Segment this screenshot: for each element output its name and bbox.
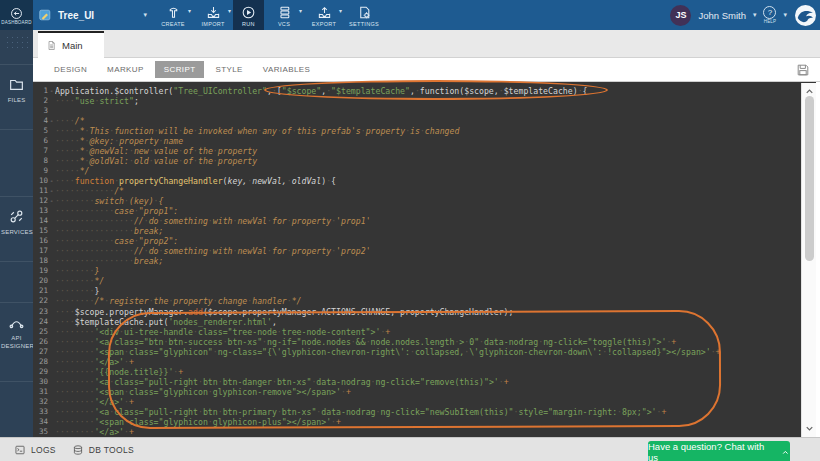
code-token: '<span: [94, 347, 124, 357]
code-token: 'nodes_renderer.html': [168, 317, 272, 327]
tool-settings[interactable]: SETTINGS: [344, 0, 384, 30]
indent-dots: ·····: [55, 146, 80, 156]
tool-export[interactable]: ▾EXPORT: [304, 0, 344, 30]
tool-create[interactable]: ▾CREATE: [153, 0, 193, 30]
code-token: +: [129, 427, 134, 437]
fold-gutter: [48, 337, 55, 347]
line-number: 35: [33, 427, 48, 437]
code-token: property: [218, 156, 257, 166]
tool-label: VCS: [278, 21, 290, 27]
code-token: {: [159, 196, 164, 206]
line-number: 13: [33, 206, 48, 216]
subtab-script[interactable]: SCRIPT: [155, 61, 205, 78]
indent-dots: ········: [55, 276, 94, 286]
avatar[interactable]: JS: [670, 5, 691, 26]
editor-scrollbar[interactable]: [801, 83, 816, 437]
question-mark-icon: ?: [763, 6, 776, 19]
code-token: tree-node-content">': [282, 327, 381, 337]
code-editor[interactable]: 1-Application.$controller("Tree_UIContro…: [33, 82, 816, 437]
tool-vcs[interactable]: ▾VCS: [264, 0, 304, 30]
subtab-style[interactable]: STYLE: [206, 61, 251, 78]
help-chevron-down-icon[interactable]: ▾: [783, 11, 787, 19]
subtab-variables[interactable]: VARIABLES: [254, 61, 319, 78]
code-token: btn: [203, 377, 218, 387]
sidebar-item-files[interactable]: FILES: [0, 64, 33, 130]
sidebar-item-services[interactable]: SERVICES: [0, 196, 33, 262]
code-token: $scope.propertyManager.: [75, 307, 188, 317]
user-menu-chevron-down-icon[interactable]: ▾: [753, 11, 757, 19]
fold-marker-icon[interactable]: -: [48, 196, 55, 206]
scroll-down-arrow-icon[interactable]: [802, 426, 817, 437]
code-token: ng-click="newSubItem(this)": [380, 407, 513, 417]
code-token: */: [292, 296, 302, 306]
subtab-design[interactable]: DESIGN: [45, 61, 96, 78]
code-content: ········'<a·class="pull-right·btn·btn-da…: [55, 377, 816, 387]
chat-button[interactable]: Have a question? Chat with us: [648, 441, 790, 461]
code-token: name: [164, 136, 184, 146]
sidebar-item-label: API DESIGNER: [1, 335, 32, 350]
line-number: 11: [33, 186, 48, 196]
code-token: register: [109, 296, 148, 306]
indent-dots: ········: [55, 347, 94, 357]
tab-main[interactable]: Main: [38, 31, 104, 58]
code-token: of: [282, 126, 292, 136]
fold-gutter: [48, 256, 55, 266]
code-token: change: [218, 296, 248, 306]
code-line: 8·····*·@oldVal:·old·value·of·the·proper…: [33, 156, 816, 166]
code-token: case: [114, 206, 134, 216]
fold-marker-icon[interactable]: -: [48, 186, 55, 196]
code-content: ········/*·register·the·property·change·…: [55, 296, 816, 306]
fold-gutter: [48, 286, 55, 296]
code-token: new: [134, 146, 149, 156]
indent-dots: ····: [55, 307, 75, 317]
fold-gutter: [48, 276, 55, 286]
code-content: ················break;: [55, 256, 816, 266]
code-token: for: [272, 216, 287, 226]
import-icon: [206, 5, 221, 20]
fold-marker-icon[interactable]: -: [48, 176, 55, 186]
code-token: '<div: [94, 327, 119, 337]
code-token: {: [583, 86, 588, 96]
subtab-markup[interactable]: MARKUP: [98, 61, 153, 78]
dashboard-button[interactable]: DASHBOARD: [0, 0, 33, 30]
code-token: function: [75, 176, 114, 186]
code-token: +: [336, 417, 341, 427]
code-token: property: [119, 136, 158, 146]
code-line: 14················//·do·something·with·n…: [33, 216, 816, 226]
code-token: This: [90, 126, 110, 136]
code-line: 19········}: [33, 266, 816, 276]
indent-dots: ········: [55, 357, 94, 367]
sidebar-item-api-designer[interactable]: API DESIGNER: [0, 302, 33, 382]
code-content: ········*/: [55, 276, 816, 286]
tool-run[interactable]: RUN: [233, 0, 264, 30]
bottombar-item-db-tools[interactable]: DB TOOLS: [72, 444, 134, 456]
scrollbar-thumb[interactable]: [805, 96, 814, 261]
code-token: */: [94, 276, 104, 286]
code-token: case: [114, 236, 134, 246]
code-token: btn-primary: [223, 407, 277, 417]
project-switcher[interactable]: Tree_UI ▾: [33, 0, 153, 30]
help-button[interactable]: ? HELP: [763, 6, 776, 24]
code-token: //: [134, 246, 144, 256]
code-token: 'prop1': [336, 216, 371, 226]
indent-dots: ············: [55, 206, 114, 216]
code-line: 2····"use·strict";: [33, 96, 816, 106]
code-token: btn: [203, 407, 218, 417]
scroll-up-arrow-icon[interactable]: [802, 83, 817, 94]
save-button[interactable]: [795, 62, 811, 78]
indent-dots: ················: [55, 256, 134, 266]
bottombar-item-logs[interactable]: LOGS: [14, 444, 56, 456]
indent-dots: ················: [55, 216, 134, 226]
fold-marker-icon[interactable]: -: [48, 86, 55, 96]
line-number: 31: [33, 387, 48, 397]
code-content: ·····*·This·function·will·be·invoked·whe…: [55, 126, 816, 136]
fold-marker-icon[interactable]: -: [48, 116, 55, 126]
tool-import[interactable]: ▾IMPORT: [193, 0, 233, 30]
line-number: 15: [33, 226, 48, 236]
code-token: be: [183, 126, 193, 136]
fold-gutter: [48, 146, 55, 156]
page-icon: [46, 40, 57, 51]
code-content: ····function·propertyChangeHandler(key,·…: [55, 176, 816, 186]
code-token: oldVal: [292, 176, 322, 186]
code-token: with: [213, 246, 233, 256]
